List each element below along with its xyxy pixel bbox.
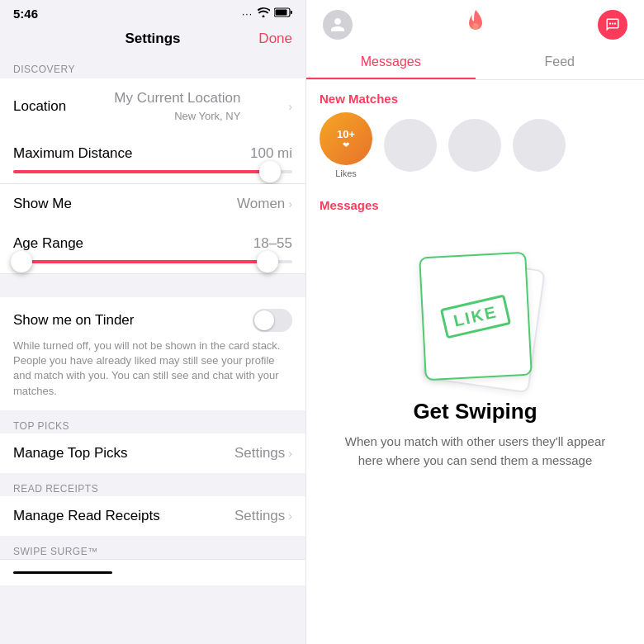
location-row[interactable]: Location My Current Location New York, N… bbox=[0, 78, 305, 134]
get-swiping-title: Get Swiping bbox=[413, 399, 537, 424]
section-divider-1 bbox=[0, 274, 305, 297]
location-chevron-icon: › bbox=[288, 100, 292, 113]
age-range-header: Age Range 18–55 bbox=[13, 235, 292, 252]
toggle-thumb bbox=[254, 310, 274, 330]
top-picks-chevron-icon: › bbox=[288, 447, 292, 460]
card-illustration: LIKE bbox=[410, 250, 542, 382]
show-on-tinder-section: Show me on Tinder While turned off, you … bbox=[0, 297, 305, 410]
show-me-value: Women › bbox=[237, 196, 292, 212]
section-divider-3: READ RECEIPTS bbox=[0, 473, 305, 496]
swipe-surge-row bbox=[0, 559, 305, 585]
section-divider-2: TOP PICKS bbox=[0, 410, 305, 433]
svg-rect-2 bbox=[291, 11, 292, 14]
show-on-tinder-toggle[interactable] bbox=[253, 309, 292, 332]
messages-section-heading: Messages bbox=[306, 192, 644, 225]
status-bar: 5:46 ··· bbox=[0, 0, 305, 24]
location-main-value: My Current Location bbox=[114, 90, 240, 107]
top-picks-group: Manage Top Picks Settings › bbox=[0, 433, 305, 473]
settings-panel: 5:46 ··· Settings Done DISCOVERY bbox=[0, 0, 305, 644]
likes-count: 10+ bbox=[337, 128, 355, 140]
settings-title: Settings bbox=[125, 31, 180, 47]
settings-header: Settings Done bbox=[0, 24, 305, 57]
svg-point-5 bbox=[614, 22, 616, 24]
distance-slider-thumb[interactable] bbox=[259, 161, 281, 182]
top-picks-label: TOP PICKS bbox=[0, 420, 83, 432]
messages-top-bar bbox=[306, 0, 644, 46]
battery-icon bbox=[274, 7, 292, 20]
likes-label: Likes bbox=[335, 168, 357, 178]
messages-tab-label: Messages bbox=[361, 54, 421, 69]
section-divider-4: SWIPE SURGE™ bbox=[0, 536, 305, 559]
max-distance-section: Maximum Distance 100 mi bbox=[0, 134, 305, 184]
max-distance-label: Maximum Distance bbox=[13, 145, 133, 162]
show-on-tinder-row: Show me on Tinder bbox=[13, 309, 292, 332]
location-label: Location bbox=[13, 98, 66, 115]
swipe-surge-bar bbox=[13, 571, 112, 574]
svg-point-3 bbox=[609, 22, 611, 24]
show-me-chevron-icon: › bbox=[288, 197, 292, 211]
show-on-tinder-label: Show me on Tinder bbox=[13, 312, 134, 329]
likes-heart-icon: ❤ bbox=[343, 140, 349, 149]
location-group: Location My Current Location New York, N… bbox=[0, 78, 305, 134]
manage-top-picks-row[interactable]: Manage Top Picks Settings › bbox=[0, 433, 305, 473]
match-avatar-1[interactable] bbox=[384, 119, 437, 172]
manage-read-receipts-value: Settings › bbox=[234, 508, 292, 524]
get-swiping-area: LIKE Get Swiping When you match with oth… bbox=[306, 225, 644, 486]
profile-avatar[interactable] bbox=[323, 10, 353, 40]
match-avatar-3[interactable] bbox=[513, 119, 566, 172]
match-avatar-2[interactable] bbox=[448, 119, 501, 172]
age-slider-fill bbox=[21, 260, 267, 263]
max-distance-value: 100 mi bbox=[250, 145, 292, 162]
status-icons: ··· bbox=[242, 7, 292, 20]
read-receipts-label: READ RECEIPTS bbox=[0, 483, 111, 495]
discovery-section-label: DISCOVERY bbox=[0, 57, 305, 78]
show-me-value-text: Women bbox=[237, 196, 285, 212]
manage-top-picks-value: Settings › bbox=[234, 445, 292, 462]
show-me-group: Show Me Women › bbox=[0, 184, 305, 224]
distance-slider-track[interactable] bbox=[13, 170, 292, 173]
age-range-label: Age Range bbox=[13, 235, 83, 252]
like-stamp: LIKE bbox=[440, 294, 511, 339]
age-slider-max-thumb[interactable] bbox=[257, 251, 278, 272]
messages-icon[interactable] bbox=[598, 10, 627, 40]
age-range-section: Age Range 18–55 bbox=[0, 224, 305, 274]
new-matches-heading: New Matches bbox=[306, 80, 644, 112]
tinder-logo bbox=[464, 10, 487, 40]
manage-read-receipts-label: Manage Read Receipts bbox=[13, 508, 160, 524]
new-matches-row: 10+ ❤ Likes bbox=[306, 112, 644, 192]
manage-top-picks-value-text: Settings bbox=[234, 445, 285, 462]
svg-point-4 bbox=[612, 22, 613, 24]
manage-top-picks-label: Manage Top Picks bbox=[13, 445, 128, 462]
get-swiping-description: When you match with other users they'll … bbox=[339, 433, 611, 470]
status-time: 5:46 bbox=[13, 7, 38, 21]
done-button[interactable]: Done bbox=[258, 31, 292, 47]
toggle-description: While turned off, you will not be shown … bbox=[13, 339, 292, 399]
wifi-icon bbox=[257, 7, 270, 20]
messages-panel: Messages Feed New Matches 10+ ❤ Likes Me… bbox=[305, 0, 644, 644]
manage-read-receipts-row[interactable]: Manage Read Receipts Settings › bbox=[0, 496, 305, 536]
feed-tab-label: Feed bbox=[545, 54, 575, 69]
distance-slider-fill bbox=[13, 170, 270, 173]
read-receipts-group: Manage Read Receipts Settings › bbox=[0, 496, 305, 536]
likes-bubble[interactable]: 10+ ❤ bbox=[320, 112, 372, 165]
age-slider-min-thumb[interactable] bbox=[11, 251, 32, 272]
location-value: My Current Location New York, NY bbox=[114, 90, 240, 122]
tab-feed[interactable]: Feed bbox=[476, 46, 645, 79]
manage-read-receipts-value-text: Settings bbox=[234, 508, 285, 524]
location-sub-value: New York, NY bbox=[174, 110, 240, 122]
show-me-label: Show Me bbox=[13, 196, 72, 212]
max-distance-header: Maximum Distance 100 mi bbox=[13, 145, 292, 162]
age-range-value: 18–55 bbox=[253, 235, 292, 252]
swipe-surge-label: SWIPE SURGE™ bbox=[0, 546, 111, 557]
card-front: LIKE bbox=[419, 252, 533, 381]
messages-tabs: Messages Feed bbox=[306, 46, 644, 80]
signal-icon: ··· bbox=[242, 8, 253, 20]
tab-messages[interactable]: Messages bbox=[306, 46, 476, 79]
read-receipts-chevron-icon: › bbox=[288, 509, 292, 523]
age-slider-track[interactable] bbox=[13, 260, 292, 263]
likes-container: 10+ ❤ Likes bbox=[320, 112, 372, 178]
show-me-row[interactable]: Show Me Women › bbox=[0, 184, 305, 224]
svg-rect-1 bbox=[276, 10, 287, 16]
